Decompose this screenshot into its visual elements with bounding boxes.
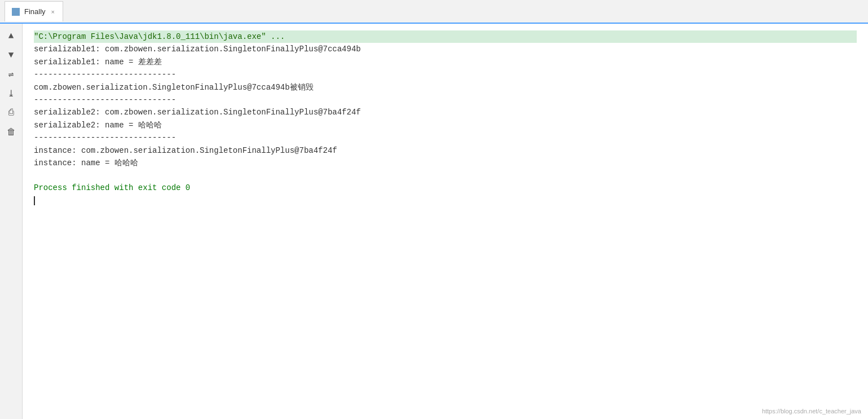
output-line-4: ------------------------------ (34, 68, 857, 81)
scroll-down-button[interactable]: ▼ (3, 47, 19, 63)
output-line-6: ------------------------------ (34, 94, 857, 106)
print-button[interactable]: ⎙ (3, 105, 19, 121)
console-output: "C:\Program Files\Java\jdk1.8.0_111\bin\… (23, 24, 868, 419)
tab-label: Finally (24, 7, 46, 16)
output-line-2: serializable1: com.zbowen.serialization.… (34, 43, 857, 55)
output-line-8: serializable2: name = 哈哈哈 (34, 119, 857, 131)
watermark: https://blog.csdn.net/c_teacher_java (762, 408, 861, 414)
scroll-up-button[interactable]: ▲ (3, 28, 19, 44)
tab-bar: Finally × (0, 0, 868, 24)
output-line-9: ------------------------------ (34, 131, 857, 144)
output-line-7: serializable2: com.zbowen.serialization.… (34, 106, 857, 118)
download-button[interactable]: ⤓ (3, 86, 19, 102)
tab-file-icon (12, 8, 20, 16)
output-line-3: serializable1: name = 差差差 (34, 56, 857, 68)
output-line-5: com.zbowen.serialization.SingletonFinall… (34, 81, 857, 94)
main-container: ▲ ▼ ⇌ ⤓ ⎙ 🗑 "C:\Program Files\Java\jdk1.… (0, 24, 868, 419)
output-line-11: instance: name = 哈哈哈 (34, 157, 857, 169)
tab-finally[interactable]: Finally × (5, 1, 63, 21)
output-cursor-line (34, 195, 857, 207)
output-line-13: Process finished with exit code 0 (34, 182, 857, 194)
output-line-1: "C:\Program Files\Java\jdk1.8.0_111\bin\… (34, 30, 857, 43)
output-line-10: instance: com.zbowen.serialization.Singl… (34, 144, 857, 157)
wrap-button[interactable]: ⇌ (3, 67, 19, 82)
sidebar: ▲ ▼ ⇌ ⤓ ⎙ 🗑 (0, 24, 23, 419)
output-line-12 (34, 169, 857, 182)
tab-close-button[interactable]: × (50, 8, 56, 15)
clear-button[interactable]: 🗑 (3, 124, 19, 140)
